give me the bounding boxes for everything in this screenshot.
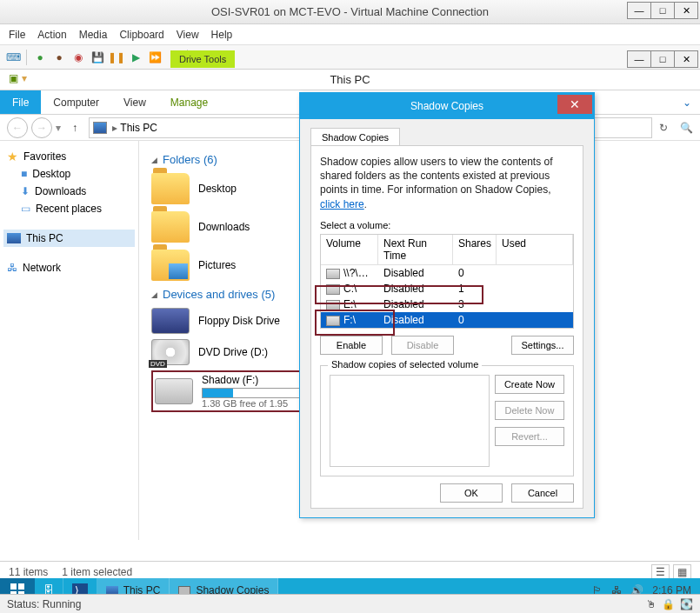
delete-now-button: Delete Now [495, 401, 564, 420]
computer-icon [93, 122, 107, 134]
ctrl-alt-del-icon[interactable]: ⌨ [5, 50, 21, 64]
enable-button[interactable]: Enable [320, 336, 383, 355]
click-here-link[interactable]: click here [320, 198, 364, 210]
ok-button[interactable]: OK [440, 483, 503, 503]
qat-properties-icon[interactable]: ▣ [9, 72, 18, 84]
checkpoint-icon[interactable]: ⏩ [147, 50, 163, 64]
tree-recent-places[interactable]: ▭Recent places [3, 200, 135, 217]
usage-bar [202, 388, 306, 398]
cancel-button[interactable]: Cancel [511, 483, 574, 503]
select-volume-label: Select a volume: [320, 220, 574, 230]
status-selected-count: 1 item selected [62, 566, 132, 578]
nav-back-button[interactable]: ← [7, 117, 28, 138]
vm-title-text: OSI-SVR01 on MCT-EVO - Virtual Machine C… [211, 5, 489, 18]
drive-tools-contextual-tab[interactable]: Drive Tools [170, 50, 235, 68]
nav-tree: ★Favorites ■Desktop ⬇Downloads ▭Recent p… [0, 141, 139, 540]
turnoff-icon[interactable]: ● [51, 50, 67, 64]
vm-status-bar: Status: Running 🖱 🔒 💽 [0, 594, 700, 613]
selected-volume-group: Shadow copies of selected volume Create … [320, 365, 574, 476]
folder-icon [151, 211, 190, 243]
settings-button[interactable]: Settings... [511, 336, 574, 355]
volume-row[interactable]: C:\Disabled1 [321, 281, 573, 297]
tree-favorites[interactable]: ★Favorites [3, 148, 135, 165]
qat-newfolder-icon[interactable]: ▾ [22, 72, 27, 84]
floppy-icon [151, 308, 190, 334]
drive-shadow-f[interactable]: Shadow (F:) 1.38 GB free of 1.95 [155, 374, 306, 409]
vm-titlebar: OSI-SVR01 on MCT-EVO - Virtual Machine C… [0, 0, 700, 24]
shadow-copies-dialog: Shadow Copies ✕ Shadow Copies Shadow cop… [299, 92, 595, 518]
vm-menu-clipboard[interactable]: Clipboard [119, 29, 163, 41]
vm-menubar: File Action Media Clipboard View Help [0, 24, 700, 45]
refresh-icon[interactable]: ↻ [659, 122, 668, 134]
vm-menu-help[interactable]: Help [211, 29, 233, 41]
tab-computer[interactable]: Computer [41, 90, 111, 114]
dvd-icon: DVD [151, 339, 190, 365]
view-tiles-icon[interactable]: ▦ [673, 564, 691, 580]
pause-icon[interactable]: ❚❚ [109, 50, 124, 64]
vm-close-button[interactable]: ✕ [674, 2, 698, 19]
volume-table-header: Volume Next Run Time Shares Used [321, 235, 573, 265]
vm-status-text: Status: Running [7, 598, 81, 610]
search-icon[interactable]: 🔍 [680, 122, 693, 134]
vm-disk-icon: 💽 [680, 598, 693, 610]
nav-dropdown-icon[interactable]: ▾ [56, 122, 61, 134]
vm-menu-action[interactable]: Action [37, 29, 66, 41]
dialog-tab-shadow-copies[interactable]: Shadow Copies [310, 128, 400, 146]
hdd-icon [155, 378, 193, 404]
tab-manage[interactable]: Manage [158, 90, 220, 114]
vm-toolbar: ⌨ ● ● ◉ 💾 ❚❚ ▶ ⏩ ↺ 🔗 [0, 45, 700, 70]
explorer-minimize-button[interactable]: — [627, 50, 651, 68]
status-item-count: 11 items [9, 566, 48, 578]
volume-row[interactable]: E:\Disabled3 [321, 297, 573, 312]
dialog-description: Shadow copies allow users to view the co… [320, 155, 574, 211]
vm-menu-media[interactable]: Media [79, 29, 108, 41]
explorer-close-button[interactable]: ✕ [674, 50, 698, 68]
vm-menu-view[interactable]: View [177, 29, 199, 41]
svg-rect-0 [10, 583, 17, 590]
explorer-titlebar: Drive Tools This PC — □ ✕ ▣ ▾ [0, 70, 700, 90]
nav-up-button[interactable]: ↑ [64, 117, 85, 138]
tab-view[interactable]: View [111, 90, 158, 114]
downloads-icon: ⬇ [21, 185, 30, 197]
ribbon-expand-icon[interactable]: ⌄ [683, 97, 691, 109]
dialog-close-button[interactable]: ✕ [557, 95, 592, 114]
recent-icon: ▭ [21, 203, 30, 215]
vm-maximize-button[interactable]: □ [650, 2, 675, 19]
star-icon: ★ [7, 150, 18, 163]
nav-forward-button[interactable]: → [31, 117, 52, 138]
desktop-icon: ■ [21, 168, 27, 180]
shadow-copies-list[interactable] [330, 375, 490, 467]
explorer-title: This PC [330, 73, 370, 86]
tree-downloads[interactable]: ⬇Downloads [3, 183, 135, 200]
start-icon[interactable]: ● [32, 50, 48, 64]
folder-icon [151, 173, 190, 204]
vm-mouse-icon: 🖱 [646, 598, 657, 610]
shutdown-icon[interactable]: ◉ [70, 50, 86, 64]
folder-icon [151, 250, 190, 281]
view-details-icon[interactable]: ☰ [651, 564, 670, 580]
create-now-button[interactable]: Create Now [495, 375, 564, 394]
save-icon[interactable]: 💾 [90, 50, 105, 64]
volume-row[interactable]: \\?\Vol...Disabled0 [321, 265, 573, 281]
computer-icon [7, 233, 21, 243]
vm-minimize-button[interactable]: — [627, 2, 651, 19]
disable-button: Disable [391, 336, 454, 355]
revert-button: Revert... [495, 427, 564, 446]
reset-icon[interactable]: ▶ [128, 50, 143, 64]
network-icon: 🖧 [7, 262, 17, 274]
tree-thispc[interactable]: This PC [3, 230, 135, 247]
vm-lock-icon: 🔒 [662, 598, 675, 610]
dialog-titlebar: Shadow Copies ✕ [300, 93, 594, 119]
svg-rect-1 [18, 583, 24, 590]
tree-desktop[interactable]: ■Desktop [3, 165, 135, 183]
breadcrumb-thispc[interactable]: This PC [120, 122, 157, 134]
vm-menu-file[interactable]: File [9, 29, 25, 41]
tab-file[interactable]: File [0, 90, 41, 114]
volume-table: Volume Next Run Time Shares Used \\?\Vol… [320, 234, 574, 329]
volume-row-selected[interactable]: F:\Disabled0 [321, 312, 573, 328]
explorer-maximize-button[interactable]: □ [650, 50, 675, 68]
tree-network[interactable]: 🖧Network [3, 259, 135, 277]
